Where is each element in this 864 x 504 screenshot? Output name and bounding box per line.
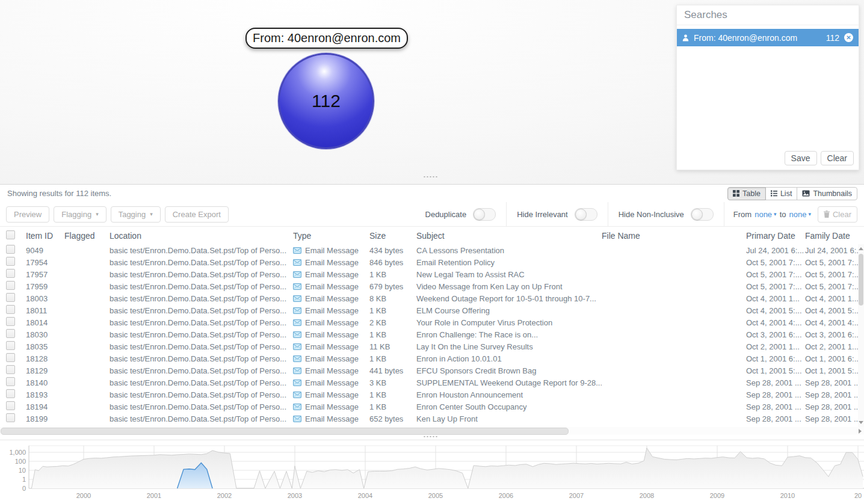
table-row[interactable]: 18003basic test/Enron.Demo.Data.Set.pst/… bbox=[0, 292, 858, 304]
range-to-label: to bbox=[780, 210, 786, 219]
cell-size: 846 bytes bbox=[369, 258, 416, 267]
view-button-table[interactable]: Table bbox=[727, 187, 766, 200]
row-checkbox[interactable] bbox=[6, 245, 15, 254]
row-checkbox[interactable] bbox=[6, 269, 15, 278]
row-checkbox[interactable] bbox=[6, 257, 15, 266]
table-row[interactable]: 17957basic test/Enron.Demo.Data.Set.pst/… bbox=[0, 268, 858, 280]
row-checkbox[interactable] bbox=[6, 341, 15, 350]
flagging-dropdown[interactable]: Flagging▾ bbox=[54, 206, 106, 223]
cell-subject: Video Message from Ken Lay on Up Front bbox=[416, 282, 602, 291]
email-icon bbox=[293, 283, 301, 290]
results-status-text: Showing results for 112 items. bbox=[7, 189, 111, 198]
range-from-dropdown[interactable]: none▾ bbox=[754, 210, 776, 219]
create-export-button[interactable]: Create Export bbox=[165, 206, 229, 223]
column-header-item-id[interactable]: Item ID bbox=[26, 231, 64, 241]
deduplicate-label: Deduplicate bbox=[425, 210, 467, 219]
row-checkbox[interactable] bbox=[6, 401, 15, 410]
column-header-file-name[interactable]: File Name bbox=[602, 231, 746, 241]
cell-primary-date: Oct 3, 2001 6:... bbox=[746, 330, 805, 339]
row-checkbox[interactable] bbox=[6, 293, 15, 302]
email-icon bbox=[293, 247, 301, 254]
email-icon bbox=[293, 392, 301, 398]
remove-search-icon[interactable]: ✕ bbox=[844, 33, 853, 42]
row-checkbox[interactable] bbox=[6, 317, 15, 326]
table-row[interactable]: 18128basic test/Enron.Demo.Data.Set.pst/… bbox=[0, 352, 858, 364]
table-row[interactable]: 18011basic test/Enron.Demo.Data.Set.pst/… bbox=[0, 304, 858, 316]
view-button-list[interactable]: List bbox=[765, 187, 797, 200]
table-row[interactable]: 18030basic test/Enron.Demo.Data.Set.pst/… bbox=[0, 328, 858, 340]
clear-range-button[interactable]: Clear bbox=[818, 206, 857, 223]
scroll-up-icon[interactable] bbox=[859, 247, 863, 250]
column-header-flagged[interactable]: Flagged bbox=[64, 231, 110, 241]
cell-type: Email Message bbox=[293, 318, 369, 327]
row-checkbox[interactable] bbox=[6, 305, 15, 314]
cell-family-date: Oct 3, 2001 6:... bbox=[805, 330, 858, 339]
horizontal-scrollbar-thumb[interactable] bbox=[1, 428, 569, 435]
table-row[interactable]: 18129basic test/Enron.Demo.Data.Set.pst/… bbox=[0, 364, 858, 376]
column-header-family-date[interactable]: Family Date bbox=[805, 231, 858, 241]
column-header-primary-date[interactable]: Primary Date bbox=[746, 231, 805, 241]
cell-family-date: Sep 28, 2001 ... bbox=[805, 402, 858, 411]
row-checkbox[interactable] bbox=[6, 413, 15, 422]
column-header-location[interactable]: Location bbox=[110, 231, 293, 241]
row-checkbox-cell bbox=[6, 389, 26, 400]
table-row[interactable]: 18194basic test/Enron.Demo.Data.Set.pst/… bbox=[0, 401, 858, 413]
cell-size: 2 KB bbox=[369, 318, 416, 327]
tagging-dropdown[interactable]: Tagging▾ bbox=[111, 206, 161, 223]
cell-type: Email Message bbox=[293, 414, 369, 423]
column-header-type[interactable]: Type bbox=[293, 231, 369, 241]
column-header-subject[interactable]: Subject bbox=[416, 231, 602, 241]
table-row[interactable]: 18199basic test/Enron.Demo.Data.Set.pst/… bbox=[0, 413, 858, 425]
table-row[interactable]: 18193basic test/Enron.Demo.Data.Set.pst/… bbox=[0, 389, 858, 401]
row-checkbox[interactable] bbox=[6, 329, 15, 338]
table-row[interactable]: 17954basic test/Enron.Demo.Data.Set.pst/… bbox=[0, 256, 858, 268]
hide-irrelevant-toggle[interactable] bbox=[575, 208, 597, 221]
row-checkbox[interactable] bbox=[6, 353, 15, 362]
cell-location: basic test/Enron.Demo.Data.Set.pst/Top o… bbox=[110, 354, 293, 363]
view-button-list-label: List bbox=[780, 189, 792, 198]
bubble-tooltip: From: 40enron@enron.com bbox=[245, 28, 408, 49]
deduplicate-toggle[interactable] bbox=[473, 208, 496, 221]
cell-location: basic test/Enron.Demo.Data.Set.pst/Top o… bbox=[110, 342, 293, 351]
visualization-canvas[interactable]: From: 40enron@enron.com 112 Searches Fro… bbox=[0, 0, 864, 185]
timeline-chart[interactable]: 01101001,0002000200120022003200420052006… bbox=[0, 440, 864, 504]
scroll-down-icon[interactable] bbox=[859, 421, 863, 424]
clear-searches-button[interactable]: Clear bbox=[821, 151, 854, 165]
search-bubble[interactable]: 112 bbox=[278, 53, 374, 149]
table-row[interactable]: 18035basic test/Enron.Demo.Data.Set.pst/… bbox=[0, 340, 858, 352]
scroll-right-icon[interactable] bbox=[859, 429, 862, 434]
splitter-grip-top[interactable] bbox=[423, 176, 439, 178]
save-button[interactable]: Save bbox=[785, 151, 817, 165]
cell-subject: Enron Challenge: The Race is on... bbox=[416, 330, 602, 339]
row-checkbox[interactable] bbox=[6, 377, 15, 386]
search-item[interactable]: From: 40enron@enron.com 112 ✕ bbox=[677, 29, 859, 46]
vertical-scrollbar-thumb[interactable] bbox=[859, 254, 863, 306]
table-row[interactable]: 18140basic test/Enron.Demo.Data.Set.pst/… bbox=[0, 376, 858, 389]
cell-type: Email Message bbox=[293, 390, 369, 399]
row-checkbox[interactable] bbox=[6, 389, 15, 398]
hide-non-inclusive-toggle[interactable] bbox=[691, 208, 714, 221]
table-row[interactable]: 9049basic test/Enron.Demo.Data.Set.pst/T… bbox=[0, 244, 858, 256]
table-row[interactable]: 18014basic test/Enron.Demo.Data.Set.pst/… bbox=[0, 316, 858, 328]
cell-size: 11 KB bbox=[369, 342, 416, 351]
table-header: Item ID Flagged Location Type Size Subje… bbox=[0, 227, 864, 244]
cell-family-date: Jul 24, 2001 6:... bbox=[805, 246, 858, 255]
view-button-thumbnails[interactable]: Thumbnails bbox=[797, 187, 857, 200]
preview-button[interactable]: Preview bbox=[6, 206, 49, 223]
email-icon bbox=[293, 380, 301, 386]
email-icon bbox=[293, 319, 301, 326]
row-checkbox[interactable] bbox=[6, 365, 15, 374]
table-row[interactable]: 17959basic test/Enron.Demo.Data.Set.pst/… bbox=[0, 280, 858, 292]
select-all-checkbox[interactable] bbox=[6, 230, 15, 239]
cell-primary-date: Oct 4, 2001 1... bbox=[746, 294, 805, 303]
row-checkbox-cell bbox=[6, 257, 26, 268]
column-header-size[interactable]: Size bbox=[369, 231, 416, 241]
cell-location: basic test/Enron.Demo.Data.Set.pst/Top o… bbox=[110, 378, 293, 387]
row-checkbox-cell bbox=[6, 401, 26, 412]
row-checkbox[interactable] bbox=[6, 281, 15, 290]
cell-location: basic test/Enron.Demo.Data.Set.pst/Top o… bbox=[110, 282, 293, 291]
search-item-count: 112 bbox=[826, 33, 839, 43]
splitter-grip-bottom[interactable] bbox=[423, 435, 439, 438]
range-to-dropdown[interactable]: none▾ bbox=[789, 210, 810, 219]
chevron-down-icon: ▾ bbox=[96, 212, 99, 217]
